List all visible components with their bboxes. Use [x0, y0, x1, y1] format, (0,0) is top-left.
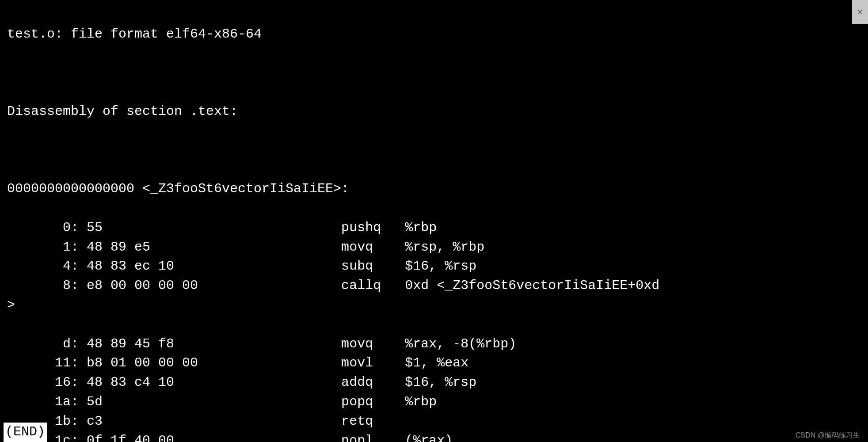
- disasm-row: d: 48 89 45 f8 movq %rax, -8(%rbp): [7, 335, 864, 354]
- file-format-line: test.o: file format elf64-x86-64: [7, 25, 864, 44]
- close-button[interactable]: ×: [852, 0, 868, 24]
- close-icon: ×: [857, 4, 863, 19]
- disasm-row: 1b: c3 retq: [7, 412, 864, 431]
- disasm-row: 16: 48 83 c4 10 addq $16, %rsp: [7, 373, 864, 392]
- wrap-continuation: >: [7, 296, 864, 315]
- disasm-row: 0: 55 pushq %rbp: [7, 218, 864, 238]
- disasm-row: 1: 48 89 e5 movq %rsp, %rbp: [7, 238, 864, 257]
- disasm-row: 11: b8 01 00 00 00 movl $1, %eax: [7, 354, 864, 373]
- blank: [7, 315, 864, 335]
- pager-end-marker: (END): [4, 423, 47, 442]
- terminal-output: test.o: file format elf64-x86-64 Disasse…: [0, 0, 868, 442]
- disasm-row: 1c: 0f 1f 40 00 nopl (%rax): [7, 431, 864, 442]
- instruction-rows: 0: 55 pushq %rbp 1: 48 89 e5 movq %rsp, …: [7, 218, 864, 442]
- watermark: CSDN @编码练习生: [796, 430, 860, 440]
- symbol-line: 0000000000000000 <_Z3fooSt6vectorIiSaIiE…: [7, 179, 864, 199]
- blank: [7, 63, 864, 83]
- disasm-row: 4: 48 83 ec 10 subq $16, %rsp: [7, 257, 864, 276]
- section-heading: Disassembly of section .text:: [7, 102, 864, 122]
- disasm-row: 8: e8 00 00 00 00 callq 0xd <_Z3fooSt6ve…: [7, 276, 864, 296]
- blank: [7, 141, 864, 160]
- disasm-row: 1a: 5d popq %rbp: [7, 392, 864, 412]
